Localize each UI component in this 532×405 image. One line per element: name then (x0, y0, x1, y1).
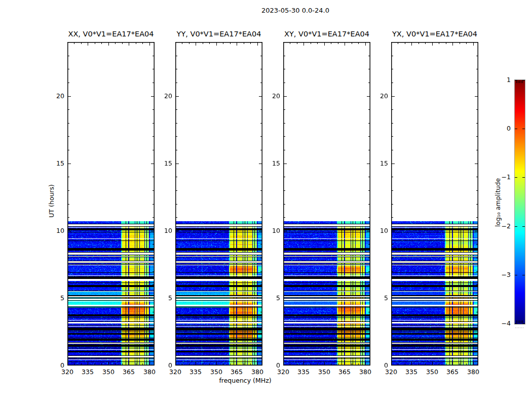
x-tick-label: 320 (61, 368, 73, 376)
y-tick-label: 5 (46, 294, 64, 302)
y-tick-label: 10 (370, 227, 388, 234)
y-tick-label: 20 (46, 92, 64, 100)
colorbar-tick-label: 0 (492, 125, 511, 132)
figure: 2023-05-30 0.0-24.0 XX, V0*V1=EA17*EA04 … (0, 0, 532, 405)
x-tick-label: 365 (123, 368, 135, 376)
x-tick-label: 335 (405, 368, 417, 376)
x-tick-label: 380 (143, 368, 156, 376)
y-axis-label: UT (hours) (48, 184, 55, 218)
colorbar-tick-label: 1 (492, 76, 511, 84)
x-tick-label: 350 (210, 368, 222, 376)
figure-title: 2023-05-30 0.0-24.0 (261, 7, 329, 14)
x-tick-label: 320 (169, 368, 181, 376)
x-tick-label: 380 (251, 368, 263, 376)
panel-title-xy: XY, V0*V1=EA17*EA04 (284, 30, 369, 38)
y-tick-label: 20 (154, 92, 172, 100)
y-tick-label: 20 (262, 92, 280, 100)
panel-title-yx: YX, V0*V1=EA17*EA04 (392, 30, 477, 38)
x-tick-label: 350 (318, 368, 330, 376)
panel-title-yy: YY, V0*V1=EA17*EA04 (177, 30, 261, 38)
y-tick-label: 5 (262, 294, 280, 302)
x-tick-label: 365 (446, 368, 459, 376)
x-tick-label: 380 (359, 368, 371, 376)
y-tick-label: 0 (370, 361, 388, 369)
y-tick-label: 10 (46, 227, 64, 234)
spectrogram-canvas-yx (391, 42, 478, 366)
spectrogram-canvas-xx (67, 42, 155, 366)
colorbar-label: log₁₀ amplitude (494, 178, 502, 227)
panel-title-xx: XX, V0*V1=EA17*EA04 (68, 30, 154, 38)
y-tick-label: 15 (154, 159, 172, 167)
colorbar-tick-label: −4 (492, 319, 511, 327)
y-tick-label: 5 (154, 294, 172, 302)
y-tick-label: 0 (262, 361, 280, 369)
y-tick-label: 15 (262, 159, 280, 167)
x-tick-label: 335 (297, 368, 310, 376)
y-tick-label: 15 (46, 159, 64, 167)
y-tick-label: 15 (370, 159, 388, 167)
spectrogram-panel-yy: YY, V0*V1=EA17*EA04 (175, 42, 262, 366)
spectrogram-panel-yx: YX, V0*V1=EA17*EA04 (391, 42, 478, 366)
x-tick-label: 320 (385, 368, 397, 376)
spectrogram-canvas-yy (175, 42, 262, 366)
x-tick-label: 320 (277, 368, 289, 376)
y-tick-label: 10 (262, 227, 280, 234)
x-tick-label: 335 (189, 368, 202, 376)
x-tick-label: 380 (467, 368, 479, 376)
colorbar-tick-label: −1 (492, 173, 511, 181)
y-tick-label: 10 (154, 227, 172, 234)
x-tick-label: 335 (82, 368, 94, 376)
x-axis-label: frequency (MHz) (219, 377, 271, 384)
x-tick-label: 350 (426, 368, 438, 376)
spectrogram-panel-xy: XY, V0*V1=EA17*EA04 (283, 42, 370, 366)
x-tick-label: 350 (102, 368, 115, 376)
y-tick-label: 0 (46, 361, 64, 369)
x-tick-label: 365 (231, 368, 243, 376)
y-tick-label: 0 (154, 361, 172, 369)
colorbar-tick-label: −3 (492, 271, 511, 278)
y-tick-label: 5 (370, 294, 388, 302)
colorbar (514, 79, 525, 331)
spectrogram-panel-xx: XX, V0*V1=EA17*EA04 (67, 42, 155, 366)
spectrogram-canvas-xy (283, 42, 370, 366)
y-tick-label: 20 (370, 92, 388, 100)
x-tick-label: 365 (338, 368, 351, 376)
colorbar-tick-label: −2 (492, 222, 511, 230)
